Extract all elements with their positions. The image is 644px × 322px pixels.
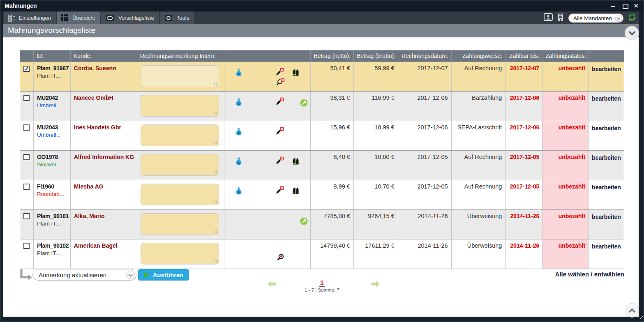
row-checkbox[interactable]: ✓ bbox=[23, 66, 30, 72]
row-checkbox[interactable] bbox=[23, 124, 30, 131]
row-checkbox[interactable] bbox=[23, 154, 30, 160]
money-bag-icon[interactable]: $ bbox=[236, 187, 242, 196]
bearbeiten-link[interactable]: bearbeiten bbox=[589, 210, 624, 239]
resize-grip[interactable] bbox=[640, 314, 643, 321]
tab-übersicht[interactable]: Übersicht bbox=[57, 12, 100, 24]
row-checkbox-cell: ✓ bbox=[20, 62, 34, 91]
app-window: Mahnungen ✕ EinstellungenÜbersichtVorsch… bbox=[0, 0, 644, 322]
note-cell bbox=[137, 151, 225, 180]
table-row: GO1978Wollwei...Alfred Information KG$8,… bbox=[20, 150, 624, 180]
column-header bbox=[20, 51, 34, 62]
note-textarea[interactable] bbox=[141, 124, 219, 146]
bearbeiten-link[interactable]: bearbeiten bbox=[589, 62, 624, 91]
note-textarea[interactable] bbox=[141, 213, 219, 235]
bearbeiten-link[interactable]: bearbeiten bbox=[589, 151, 624, 180]
refresh-icon[interactable] bbox=[628, 13, 636, 23]
money-bag-icon[interactable]: $ bbox=[236, 69, 242, 78]
note-textarea[interactable] bbox=[141, 95, 219, 117]
dart-cancel-icon[interactable] bbox=[275, 156, 284, 166]
customer-name: Cordia, Sueann bbox=[74, 65, 116, 71]
netto-cell: 8,99 € bbox=[311, 180, 354, 209]
rechnungsdatum-cell: 2017-12-05 bbox=[398, 151, 452, 180]
tab-vorschlagsliste[interactable]: Vorschlagsliste bbox=[101, 12, 159, 24]
note-textarea[interactable] bbox=[141, 154, 219, 176]
close-button[interactable]: ✕ bbox=[634, 3, 639, 8]
note-textarea[interactable] bbox=[141, 243, 219, 264]
zahlbar-bis-cell: 2017-12-06 bbox=[506, 121, 542, 150]
package-icon[interactable] bbox=[292, 157, 300, 166]
bearbeiten-link[interactable]: bearbeiten bbox=[589, 180, 624, 209]
selection-links: Alle wählen / entwählen bbox=[555, 271, 624, 278]
package-icon[interactable] bbox=[292, 187, 300, 196]
money-bag-icon[interactable]: $ bbox=[236, 128, 242, 137]
rechnungsdatum-cell: 2017-12-06 bbox=[398, 92, 452, 121]
brutto-cell: 116,99 € bbox=[354, 92, 398, 121]
section-header: Mahnungsvorschlagsliste bbox=[3, 24, 639, 37]
dart-cancel-icon[interactable] bbox=[275, 97, 284, 106]
maximize-button[interactable] bbox=[622, 3, 627, 8]
column-header: Betrag (brutto): bbox=[354, 51, 398, 62]
bearbeiten-link[interactable]: bearbeiten bbox=[589, 121, 624, 150]
svg-text:$: $ bbox=[238, 191, 240, 194]
money-bag-icon[interactable]: $ bbox=[236, 157, 242, 166]
resize-handle-icon[interactable] bbox=[214, 230, 217, 233]
scroll-to-top-button[interactable] bbox=[625, 303, 639, 317]
current-page[interactable]: 1 bbox=[319, 279, 324, 287]
dart-cancel-icon[interactable] bbox=[275, 186, 284, 195]
row-checkbox[interactable] bbox=[23, 243, 30, 249]
money-bag-icon[interactable]: $ bbox=[236, 98, 242, 107]
customer-name: Ines Handels Gbr bbox=[74, 124, 121, 131]
zahlungsweise-cell: Überweisung bbox=[452, 239, 506, 269]
column-header: Rechnungsanmerkung Intern: bbox=[137, 51, 225, 62]
window-title: Mahnungen bbox=[5, 2, 37, 9]
svg-text:$: $ bbox=[238, 131, 240, 135]
resize-handle-icon[interactable] bbox=[214, 200, 217, 204]
customer-name: Miesha AG bbox=[74, 183, 104, 190]
resize-handle-icon[interactable] bbox=[214, 259, 217, 263]
building-icon[interactable] bbox=[557, 13, 564, 23]
invoice-id: MU2043 bbox=[37, 124, 67, 131]
zahlungsweise-cell: Barzahlung bbox=[452, 92, 506, 121]
note-cell bbox=[137, 121, 225, 150]
row-checkbox[interactable] bbox=[23, 95, 30, 101]
note-textarea[interactable] bbox=[141, 65, 219, 87]
user-badge-icon[interactable] bbox=[544, 13, 553, 23]
brutto-cell: 9264,15 € bbox=[354, 210, 398, 239]
brutto-cell: 10,00 € bbox=[354, 151, 398, 180]
row-checkbox[interactable] bbox=[23, 184, 30, 190]
customer-name: American Bagel bbox=[74, 242, 118, 249]
deselect-all-link[interactable]: entwählen bbox=[594, 271, 624, 278]
row-checkbox[interactable] bbox=[23, 213, 30, 219]
row-checkbox-cell bbox=[20, 180, 34, 209]
zahlungsstatus-cell: unbezahlt bbox=[542, 151, 589, 180]
search-cancel-icon[interactable] bbox=[277, 78, 285, 87]
customer-name: Alka, Mario bbox=[74, 213, 105, 219]
tab-einstellungen[interactable]: Einstellungen bbox=[4, 12, 56, 24]
minimize-button[interactable] bbox=[611, 3, 616, 8]
collapse-section-button[interactable] bbox=[625, 26, 639, 40]
resize-handle-icon[interactable] bbox=[214, 82, 217, 85]
select-all-link[interactable]: Alle wählen bbox=[555, 271, 589, 278]
mandant-select[interactable]: Alle Mandanten bbox=[568, 14, 623, 23]
zahlungsstatus-cell: unbezahlt bbox=[542, 121, 589, 150]
dart-cancel-icon[interactable] bbox=[275, 68, 284, 77]
resize-handle-icon[interactable] bbox=[214, 170, 217, 174]
column-header bbox=[224, 51, 311, 62]
bearbeiten-link[interactable]: bearbeiten bbox=[589, 239, 624, 269]
zahlungsweise-cell: Auf Rechnung bbox=[452, 151, 506, 180]
package-icon[interactable] bbox=[292, 69, 300, 77]
table-row: MU2043Umbrell...Ines Handels Gbr$15,96 €… bbox=[20, 121, 624, 150]
search-icon[interactable] bbox=[277, 253, 284, 262]
open-link-icon[interactable] bbox=[300, 217, 308, 226]
actions-cell: $ bbox=[224, 62, 311, 91]
resize-handle-icon[interactable] bbox=[214, 141, 217, 145]
bearbeiten-link[interactable]: bearbeiten bbox=[589, 92, 624, 121]
resize-handle-icon[interactable] bbox=[214, 111, 217, 115]
open-link-icon[interactable] bbox=[300, 99, 308, 108]
main-content: ID:Kunde:Rechnungsanmerkung Intern:Betra… bbox=[3, 37, 639, 317]
pagination-summary: 1 - 7 | Summe: 7 bbox=[20, 288, 624, 292]
tab-tools[interactable]: Tools bbox=[160, 12, 194, 24]
dart-cancel-icon[interactable] bbox=[275, 127, 284, 136]
note-textarea[interactable] bbox=[141, 184, 219, 205]
brutto-cell: 10,70 € bbox=[354, 180, 398, 209]
